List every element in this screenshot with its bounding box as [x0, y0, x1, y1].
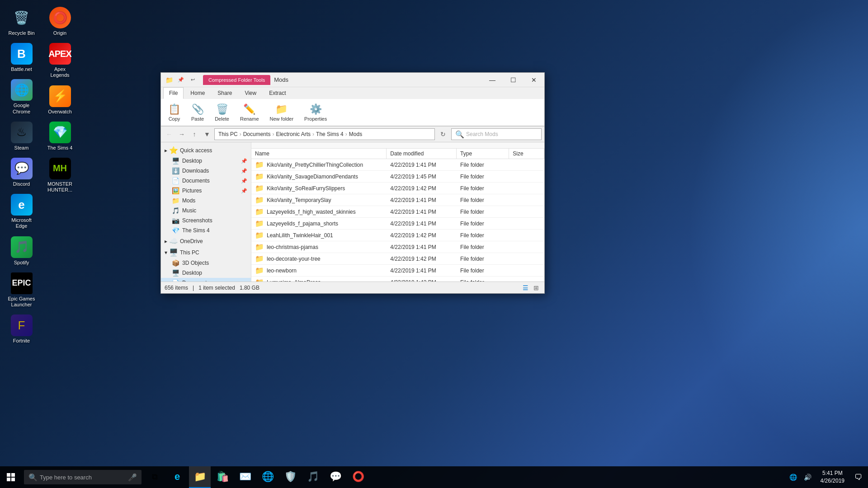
nav-item-sims4-quick[interactable]: 💎 The Sims 4 — [161, 225, 251, 235]
table-row[interactable]: 📁 Lazyeyelids_f_pajama_shorts 4/22/2019 … — [251, 218, 544, 230]
desktop-icon-epic[interactable]: EPIC Epic Games Launcher — [5, 270, 38, 310]
ribbon-btn-delete[interactable]: 🗑️ Delete — [211, 102, 233, 123]
desktop-icon-monster[interactable]: MH MONSTER HUNTER... — [43, 155, 77, 195]
up-button[interactable]: ↑ — [189, 129, 200, 140]
table-row[interactable]: 📁 KikoVanity_TemporarySlay 4/22/2019 1:4… — [251, 194, 544, 206]
table-row[interactable]: 📁 Lumysims_AlmaDress 4/22/2019 1:42 PM F… — [251, 277, 544, 282]
nav-item-documents-pc[interactable]: 📄 Documents — [161, 278, 251, 282]
taskbar-app-edge[interactable]: e — [166, 466, 188, 488]
desktop-icon-recycle-bin[interactable]: 🗑️ Recycle Bin — [5, 5, 38, 38]
ribbon: File Home Share View Extract 📋 Copy 📎 Pa… — [161, 87, 544, 127]
recent-button[interactable]: ▼ — [202, 129, 212, 140]
network-icon[interactable]: 🌐 — [787, 472, 799, 482]
maximize-button[interactable]: ☐ — [503, 73, 524, 87]
crumb-ea[interactable]: Electronic Arts — [276, 131, 311, 137]
volume-icon[interactable]: 🔊 — [802, 472, 814, 482]
expand-icon-3: ▾ — [165, 249, 167, 256]
desktop-icon-edge[interactable]: e Microsoft Edge — [5, 192, 38, 231]
table-row[interactable]: 📁 leo-christmas-pjamas 4/22/2019 1:41 PM… — [251, 241, 544, 253]
details-view-button[interactable]: ☰ — [521, 283, 530, 292]
col-header-date[interactable]: Date modified — [387, 149, 457, 159]
taskbar-apps: ⧉ e 📁 🛍️ ✉️ 🌐 🛡️ 🎵 💬 ⭕ — [144, 466, 369, 488]
desktop-icon-discord[interactable]: 💬 Discord — [5, 155, 38, 189]
crumb-mods[interactable]: Mods — [349, 131, 362, 137]
file-date: 4/22/2019 1:42 PM — [387, 254, 457, 263]
start-button[interactable] — [0, 466, 22, 488]
taskbar-app-defender[interactable]: 🛡️ — [279, 466, 301, 488]
taskbar-app-discord[interactable]: 💬 — [325, 466, 346, 488]
back-button[interactable]: ← — [164, 129, 175, 140]
nav-item-pictures-quick[interactable]: 🖼️ Pictures 📌 — [161, 186, 251, 196]
col-header-size[interactable]: Size — [509, 149, 544, 159]
table-row[interactable]: 📁 leo-decorate-your-tree 4/22/2019 1:42 … — [251, 253, 544, 265]
nav-item-screenshots[interactable]: 📷 Screenshots — [161, 216, 251, 225]
crumb-sims4[interactable]: The Sims 4 — [316, 131, 344, 137]
nav-thispc-header[interactable]: ▾ 🖥️ This PC — [161, 247, 251, 258]
table-row[interactable]: 📁 LeahLilith_TwinkleHair_001 4/22/2019 1… — [251, 230, 544, 241]
taskbar-task-view[interactable]: ⧉ — [144, 466, 165, 488]
ribbon-btn-newfolder[interactable]: 📁 New folder — [266, 102, 297, 123]
crumb-thispc[interactable]: This PC — [218, 131, 238, 137]
nav-item-3dobjects[interactable]: 📦 3D Objects — [161, 258, 251, 268]
ribbon-btn-rename[interactable]: ✏️ Rename — [236, 102, 263, 123]
tab-file[interactable]: File — [163, 87, 184, 99]
close-button[interactable]: ✕ — [524, 73, 544, 87]
taskbar-app-mail[interactable]: ✉️ — [234, 466, 256, 488]
rename-icon: ✏️ — [243, 103, 255, 115]
pin-icon-2: 📌 — [241, 168, 247, 174]
desktop-icon-fortnite[interactable]: F Fortnite — [5, 312, 38, 346]
compressed-folder-tools-tab[interactable]: Compressed Folder Tools — [203, 75, 270, 85]
tab-home[interactable]: Home — [184, 87, 211, 99]
desktop-icon-origin[interactable]: ⭕ Origin — [43, 5, 77, 38]
desktop-icon-overwatch[interactable]: ⚡ Overwatch — [43, 83, 77, 117]
origin-icon: ⭕ — [49, 7, 71, 28]
address-path[interactable]: This PC › Documents › Electronic Arts › … — [214, 128, 435, 140]
tab-extract[interactable]: Extract — [263, 87, 292, 99]
desktop-icon-sims4[interactable]: 💎 The Sims 4 — [43, 119, 77, 153]
minimize-button[interactable]: — — [482, 73, 503, 87]
list-view-button[interactable]: ⊞ — [532, 283, 541, 292]
desktop-icon-spotify[interactable]: 🎵 Spotify — [5, 234, 38, 268]
crumb-documents[interactable]: Documents — [243, 131, 271, 137]
table-row[interactable]: 📁 KikoVanity_SoRealFurrySlippers 4/22/20… — [251, 183, 544, 194]
nav-item-desktop-pc[interactable]: 🖥️ Desktop — [161, 268, 251, 278]
taskbar-clock[interactable]: 5:41 PM 4/26/2019 — [816, 469, 849, 485]
desktop-icon-chrome[interactable]: 🌐 Google Chrome — [5, 77, 38, 117]
taskbar-app-explorer[interactable]: 📁 — [189, 466, 211, 488]
table-row[interactable]: 📁 KikoVanity_SavageDiamondPendants 4/22/… — [251, 171, 544, 183]
nav-item-desktop-quick[interactable]: 🖥️ Desktop 📌 — [161, 156, 251, 166]
notifications-button[interactable]: 🗨 — [851, 466, 866, 488]
table-row[interactable]: 📁 leo-newborn 4/22/2019 1:41 PM File fol… — [251, 265, 544, 277]
search-box[interactable]: 🔍 — [451, 128, 542, 140]
taskbar-app-origin[interactable]: ⭕ — [347, 466, 369, 488]
nav-item-mods[interactable]: 📁 Mods — [161, 196, 251, 206]
col-header-name[interactable]: Name — [251, 149, 387, 159]
col-header-type[interactable]: Type — [457, 149, 509, 159]
ribbon-btn-paste[interactable]: 📎 Paste — [188, 102, 208, 123]
nav-item-downloads-quick[interactable]: ⬇️ Downloads 📌 — [161, 166, 251, 176]
refresh-button[interactable]: ↻ — [437, 128, 449, 140]
nav-onedrive-header[interactable]: ▸ ☁️ OneDrive — [161, 235, 251, 247]
desktop-icon-battlenet[interactable]: B Battle.net — [5, 41, 38, 75]
desktop-icon-steam[interactable]: ♨ Steam — [5, 119, 38, 153]
music-nav-icon: 🎵 — [172, 207, 179, 214]
table-row[interactable]: 📁 KikoVanity_PrettyChillierThingCollecti… — [251, 159, 544, 171]
taskbar-search[interactable]: 🔍 🎤 — [24, 470, 142, 484]
tab-view[interactable]: View — [239, 87, 262, 99]
ribbon-btn-copy[interactable]: 📋 Copy — [165, 102, 184, 123]
nav-item-music-quick[interactable]: 🎵 Music — [161, 206, 251, 216]
ribbon-btn-properties[interactable]: ⚙️ Properties — [301, 102, 330, 123]
table-row[interactable]: 📁 Lazyeyelids_f_high_wasted_skinnies 4/2… — [251, 206, 544, 218]
forward-button[interactable]: → — [176, 129, 187, 140]
nav-quick-access-header[interactable]: ▸ ⭐ Quick access — [161, 145, 251, 156]
desktop-icon-apex[interactable]: APEX Apex Legends — [43, 41, 77, 80]
search-input[interactable] — [466, 131, 538, 137]
taskbar-app-store[interactable]: 🛍️ — [212, 466, 233, 488]
nav-item-documents-quick[interactable]: 📄 Documents 📌 — [161, 176, 251, 186]
tab-share[interactable]: Share — [212, 87, 238, 99]
taskbar-app-spotify[interactable]: 🎵 — [302, 466, 324, 488]
taskbar-search-input[interactable] — [40, 474, 128, 481]
taskbar-app-chrome[interactable]: 🌐 — [257, 466, 278, 488]
file-name: 📁 Lazyeyelids_f_pajama_shorts — [251, 218, 387, 229]
ribbon-content: 📋 Copy 📎 Paste 🗑️ Delete ✏️ Rename 📁 New… — [161, 99, 544, 126]
